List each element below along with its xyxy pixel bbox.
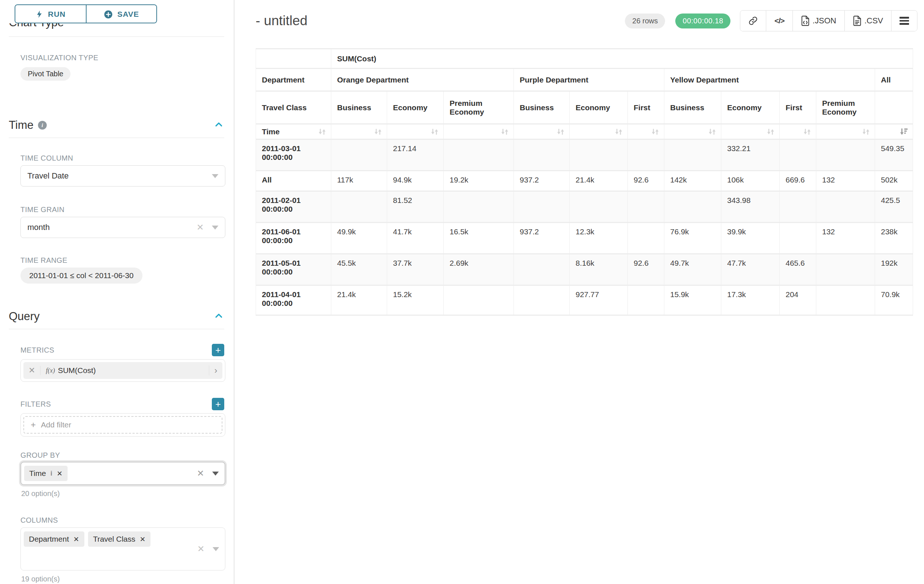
view-query-button[interactable]: </> (766, 11, 792, 31)
pivot-sort-cell[interactable] (664, 124, 721, 140)
query-action-bar: RUN SAVE (0, 0, 234, 23)
pivot-sort-cell[interactable] (444, 124, 514, 140)
remove-tag-icon[interactable]: ✕ (140, 535, 146, 543)
viz-type-value[interactable]: Pivot Table (20, 67, 71, 81)
pivot-sort-axis-label: Time (262, 127, 280, 136)
chart-title[interactable]: - untitled (256, 13, 307, 28)
sort-toggle-icon[interactable] (707, 127, 717, 137)
pivot-sort-cell[interactable]: Time (256, 124, 331, 140)
pivot-metric-header: SUM(Cost) (331, 49, 913, 69)
pivot-value-cell: 8.16k (570, 254, 628, 285)
pivot-value-cell: 47.7k (721, 254, 780, 285)
add-filter-plus-button[interactable]: + (212, 398, 224, 410)
chart-menu-button[interactable] (891, 11, 917, 31)
pivot-row-axis-label: Travel Class (256, 91, 331, 124)
pivot-sort-cell[interactable] (514, 124, 570, 140)
sort-desc-icon[interactable] (899, 127, 909, 137)
pivot-row-label: 2011-04-01 00:00:00 (256, 285, 331, 315)
sort-toggle-icon[interactable] (500, 127, 510, 137)
pivot-sort-cell[interactable] (387, 124, 444, 140)
columns-tag-department[interactable]: Department ✕ (24, 531, 84, 547)
save-button[interactable]: SAVE (86, 5, 156, 23)
time-column-select[interactable]: Travel Date (20, 165, 225, 186)
filters-label: FILTERS (20, 400, 51, 408)
run-button[interactable]: RUN (15, 5, 86, 23)
time-collapse-icon[interactable] (213, 119, 224, 132)
add-metric-button[interactable]: + (212, 344, 224, 356)
query-collapse-icon[interactable] (213, 310, 224, 322)
time-range-label: TIME RANGE (20, 256, 234, 265)
export-button-group: </> .JSON (740, 10, 917, 31)
chevron-down-icon[interactable] (213, 547, 219, 551)
columns-label: COLUMNS (20, 516, 234, 525)
remove-tag-icon[interactable]: ✕ (73, 535, 79, 543)
pivot-table-row: All117k94.9k19.2k937.221.4k92.6142k106k6… (256, 171, 913, 191)
pivot-sort-cell[interactable] (721, 124, 780, 140)
clear-icon[interactable]: ✕ (197, 469, 204, 478)
pivot-value-cell: 49.9k (331, 223, 387, 254)
pivot-value-cell (570, 191, 628, 223)
pivot-sort-cell[interactable] (331, 124, 387, 140)
json-file-icon (801, 16, 810, 26)
sort-toggle-icon[interactable] (766, 127, 776, 137)
time-grain-select[interactable]: month ✕ (20, 217, 225, 238)
sort-toggle-icon[interactable] (861, 127, 871, 137)
query-timer-badge: 00:00:00.18 (675, 13, 731, 28)
pivot-sort-cell[interactable] (570, 124, 628, 140)
pivot-sort-cell[interactable] (816, 124, 875, 140)
plus-icon: + (31, 420, 36, 430)
time-section-header: Time i (9, 118, 224, 132)
time-column-label: TIME COLUMN (20, 154, 234, 163)
metric-pill[interactable]: ✕ f(x) SUM(Cost) › (23, 362, 223, 379)
filters-header-row: FILTERS + (20, 398, 224, 410)
clear-icon[interactable]: ✕ (196, 223, 204, 232)
sort-toggle-icon[interactable] (650, 127, 660, 137)
pivot-value-cell (331, 191, 387, 223)
pivot-value-cell (664, 191, 721, 223)
chevron-down-icon[interactable] (212, 225, 218, 230)
sort-toggle-icon[interactable] (802, 127, 812, 137)
remove-metric-icon[interactable]: ✕ (23, 366, 41, 375)
chevron-down-icon[interactable] (212, 472, 219, 475)
pivot-value-cell: 669.6 (780, 171, 816, 191)
pivot-leaf-column-header (875, 91, 913, 124)
clear-icon[interactable]: ✕ (197, 545, 205, 553)
pivot-value-cell: 39.9k (721, 223, 780, 254)
pivot-value-cell: 502k (875, 171, 913, 191)
chevron-right-icon[interactable]: › (209, 365, 223, 375)
columns-select[interactable]: Department ✕ Travel Class ✕ ✕ (20, 527, 225, 571)
sort-toggle-icon[interactable] (429, 127, 440, 137)
share-link-button[interactable] (740, 11, 766, 31)
remove-tag-icon[interactable]: ✕ (57, 469, 63, 478)
sort-toggle-icon[interactable] (614, 127, 624, 137)
pivot-value-cell: 16.5k (444, 223, 514, 254)
pivot-sort-cell[interactable] (780, 124, 816, 140)
pivot-leaf-column-header: Business (664, 91, 721, 124)
pivot-sort-cell[interactable] (875, 124, 913, 140)
add-filter-button[interactable]: + Add filter (23, 416, 223, 434)
groupby-select[interactable]: Time i ✕ ✕ (20, 462, 225, 485)
pivot-table: SUM(Cost)DepartmentOrange DepartmentPurp… (256, 48, 913, 316)
export-csv-button[interactable]: .CSV (845, 11, 891, 31)
groupby-tag-time[interactable]: Time i ✕ (24, 466, 68, 481)
pivot-col-axis-label: Department (256, 69, 331, 91)
pivot-value-cell (444, 285, 514, 315)
pivot-row-label: All (256, 171, 331, 191)
pivot-leaf-column-header: First (780, 91, 816, 124)
pivot-value-cell: 425.5 (875, 191, 913, 223)
pivot-value-cell: 92.6 (628, 171, 664, 191)
sort-toggle-icon[interactable] (373, 127, 383, 137)
pivot-value-cell: 92.6 (628, 254, 664, 285)
section-divider (9, 36, 224, 37)
sort-toggle-icon[interactable] (317, 127, 327, 137)
pivot-value-cell: 12.3k (570, 223, 628, 254)
columns-tag-travel-class[interactable]: Travel Class ✕ (88, 531, 151, 547)
sort-toggle-icon[interactable] (556, 127, 566, 137)
time-section-title: Time (9, 118, 34, 132)
pivot-leaf-column-header: Economy (387, 91, 444, 124)
export-json-button[interactable]: .JSON (792, 11, 845, 31)
time-range-value[interactable]: 2011-01-01 ≤ col < 2011-06-30 (20, 268, 142, 284)
chevron-down-icon[interactable] (212, 174, 218, 178)
pivot-value-cell: 204 (780, 285, 816, 315)
pivot-sort-cell[interactable] (628, 124, 664, 140)
